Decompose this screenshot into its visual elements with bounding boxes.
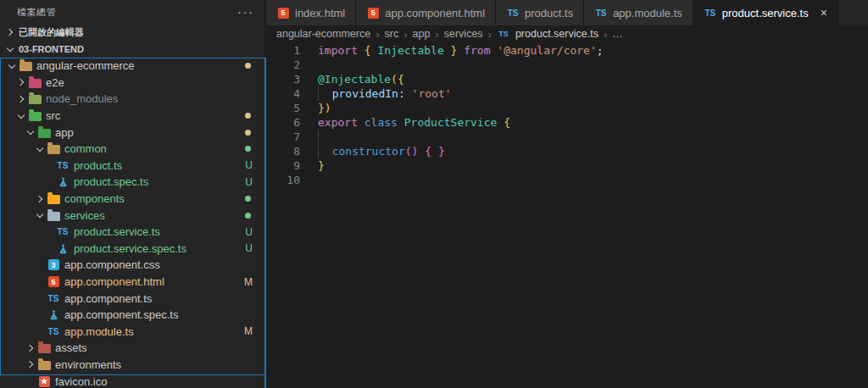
code-token: Injectable [377,43,443,58]
breadcrumb-separator-icon: › [435,28,438,41]
tree-item-label: environments [55,358,121,371]
line-number: 5 [266,101,300,115]
code-token: @Injectable [318,72,391,86]
chevron-right-icon [14,92,28,106]
breadcrumb-item[interactable]: services [444,28,483,40]
breadcrumb-separator-icon: › [403,28,407,41]
tree-item-app.component.html[interactable]: 5app.component.htmlM [0,274,264,291]
git-status-dot [245,63,251,69]
tree-item-services[interactable]: services [0,207,264,224]
breadcrumb-item[interactable]: src [385,28,399,40]
tab-label: app.component.html [385,7,485,19]
code-line[interactable]: 8 constructor() { } [266,144,868,158]
section-open-editors[interactable]: 已開啟的編輯器 [0,24,264,41]
tab-label: product.ts [525,7,573,19]
git-status-dot [245,146,251,152]
file-tree: angular-ecommercee2enode_modulessrcappco… [0,58,264,388]
section-workspace[interactable]: 03-FRONTEND [0,41,264,58]
code-line[interactable]: 5}) [266,101,868,115]
tree-item-app.component.spec.ts[interactable]: app.component.spec.ts [0,307,264,324]
tab-index.html[interactable]: 5index.html [266,0,356,25]
code-token: { [504,115,510,130]
tree-item-app.component.css[interactable]: 3app.component.css [0,257,264,274]
tree-item-label: product.service.ts [74,225,160,238]
code-line[interactable]: 9} [266,158,868,173]
code-line[interactable]: 6export class ProductService { [266,115,868,130]
indent-guide [318,130,332,144]
code-line[interactable]: 4 providedIn: 'root' [266,86,868,101]
git-status-badge: M [244,276,253,288]
chevron-down-icon [33,142,47,156]
tree-item-product.service.spec.ts[interactable]: product.service.spec.tsU [0,241,264,258]
sidebar-resize-sash[interactable] [264,58,266,388]
tree-item-product.ts[interactable]: TSproduct.tsU [0,158,264,175]
tree-item-label: angular-ecommerce [36,59,135,72]
tab-product.service.ts[interactable]: TSproduct.service.ts× [693,0,838,25]
code-token: providedIn [332,86,398,101]
chevron-right-icon [33,192,47,206]
breadcrumb-item[interactable]: angular-ecommerce [276,28,370,40]
code-token: ; [597,43,604,58]
tree-item-app.module.ts[interactable]: TSapp.module.tsM [0,324,264,341]
line-number: 10 [266,173,300,187]
tree-item-app[interactable]: app [0,124,264,141]
code-token: ProductService [404,115,498,130]
tree-item-src[interactable]: src [0,108,264,125]
git-status-badge: M [244,325,253,337]
tab-app.module.ts[interactable]: TSapp.module.ts [584,0,693,25]
code-line[interactable]: 10 [266,173,868,187]
code-token: } [318,158,325,173]
folder-src-icon [28,109,42,123]
line-number: 3 [266,72,300,86]
tab-app.component.html[interactable]: 5app.component.html [356,0,496,25]
typescript-icon: TS [704,6,717,19]
tree-item-app.component.ts[interactable]: TSapp.component.ts [0,290,264,307]
code-line[interactable]: 2 [266,58,868,72]
folder-icon [38,361,51,370]
code-line[interactable]: 1import { Injectable } from '@angular/co… [266,43,868,58]
tree-item-assets[interactable]: assets [0,340,264,357]
tree-item-favicon.ico[interactable]: ★favicon.ico [0,373,264,388]
tree-item-product.service.ts[interactable]: TSproduct.service.tsU [0,224,264,241]
breadcrumb-separator-icon: › [376,28,379,41]
tree-item-common[interactable]: common [0,141,264,158]
tree-item-label: components [64,192,125,205]
folder-icon [47,145,60,154]
breadcrumb-item[interactable]: app [413,28,431,40]
tree-item-label: common [64,142,107,155]
tree-item-angular-ecommerce[interactable]: angular-ecommerce [0,58,264,75]
tree-item-node_modules[interactable]: node_modules [0,91,264,108]
line-number: 9 [266,158,300,173]
code-line[interactable]: 7 [266,130,868,144]
breadcrumb-symbol-tail[interactable]: … [612,28,623,40]
tab-label: product.service.ts [722,7,809,19]
tree-item-environments[interactable]: environments [0,357,264,374]
tree-item-components[interactable]: components [0,191,264,208]
git-status-dot [245,113,251,119]
code-token: () [405,144,419,158]
code-editor[interactable]: 1import { Injectable } from '@angular/co… [266,42,868,187]
folder-e2e-icon [29,79,42,88]
html5-icon: 5 [368,8,379,19]
folder-node-icon [29,95,42,104]
code-token [418,144,425,158]
breadcrumb-separator-icon: › [604,28,607,41]
tree-item-product.spec.ts[interactable]: product.spec.tsU [0,174,264,191]
git-status-dot [245,213,251,219]
code-line[interactable]: 3@Injectable({ [266,72,868,86]
breadcrumb-file[interactable]: product.service.ts [515,28,598,40]
code-token: ({ [391,72,404,86]
html5-icon: 5 [366,6,380,19]
code-token: : [398,86,412,101]
close-icon[interactable]: × [821,7,827,19]
tree-item-e2e[interactable]: e2e [0,75,264,91]
tab-product.ts[interactable]: TSproduct.ts [496,0,584,25]
css3-icon: 3 [47,258,60,272]
favicon-icon: ★ [37,374,51,388]
more-actions-icon[interactable]: ··· [237,8,254,16]
tree-item-label: app.component.css [64,258,160,271]
code-token [497,115,504,130]
code-token: } [444,43,464,58]
typescript-icon: TS [47,324,60,338]
tree-item-label: services [64,209,105,222]
